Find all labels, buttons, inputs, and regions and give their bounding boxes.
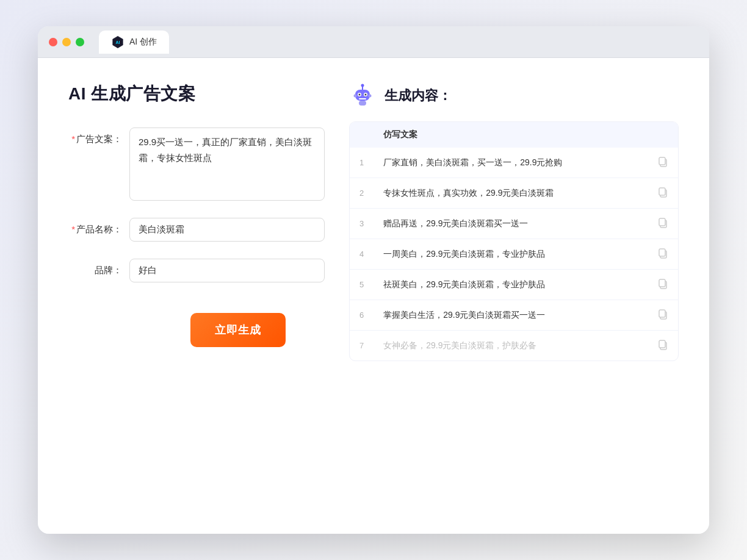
copy-icon[interactable] bbox=[657, 278, 668, 289]
ai-tab[interactable]: AI AI 创作 bbox=[99, 31, 169, 54]
product-name-group: *产品名称： bbox=[68, 218, 325, 242]
svg-text:AI: AI bbox=[116, 40, 120, 45]
product-name-input[interactable] bbox=[129, 218, 325, 242]
minimize-dot[interactable] bbox=[62, 38, 71, 46]
ad-copy-label: *广告文案： bbox=[68, 127, 129, 145]
copy-cell[interactable] bbox=[648, 148, 678, 178]
row-number: 5 bbox=[350, 270, 374, 300]
copy-cell[interactable] bbox=[648, 239, 678, 270]
row-number: 2 bbox=[350, 178, 374, 209]
results-header: 生成内容： bbox=[349, 82, 679, 109]
table-row: 2专抹女性斑点，真实功效，29.9元美白淡斑霜 bbox=[350, 178, 678, 209]
svg-rect-14 bbox=[659, 157, 665, 165]
row-number: 4 bbox=[350, 239, 374, 270]
close-dot[interactable] bbox=[49, 38, 57, 46]
ad-copy-input[interactable]: 29.9买一送一，真正的厂家直销，美白淡斑霜，专抹女性斑点 bbox=[129, 127, 325, 201]
copy-icon[interactable] bbox=[657, 339, 668, 350]
copy-cell[interactable] bbox=[648, 178, 678, 209]
ai-tab-icon: AI bbox=[111, 35, 125, 49]
row-text: 一周美白，29.9元美白淡斑霜，专业护肤品 bbox=[374, 239, 648, 270]
svg-rect-9 bbox=[359, 98, 366, 99]
svg-point-11 bbox=[354, 95, 357, 98]
browser-content: AI 生成广告文案 *广告文案： 29.9买一送一，真正的厂家直销，美白淡斑霜，… bbox=[38, 58, 709, 534]
left-panel: AI 生成广告文案 *广告文案： 29.9买一送一，真正的厂家直销，美白淡斑霜，… bbox=[68, 82, 325, 509]
brand-label: 品牌： bbox=[68, 259, 129, 276]
row-number: 3 bbox=[350, 209, 374, 239]
col-action-header bbox=[648, 122, 678, 148]
copy-cell[interactable] bbox=[648, 300, 678, 331]
results-table-wrapper: 仿写文案 1厂家直销，美白淡斑霜，买一送一，29.9元抢购 2专抹女性斑点，真实… bbox=[349, 121, 679, 361]
page-title: AI 生成广告文案 bbox=[68, 82, 325, 106]
ad-copy-group: *广告文案： 29.9买一送一，真正的厂家直销，美白淡斑霜，专抹女性斑点 bbox=[68, 127, 325, 201]
row-number: 6 bbox=[350, 300, 374, 331]
col-index-header bbox=[350, 122, 374, 148]
table-row: 6掌握美白生活，29.9元美白淡斑霜买一送一 bbox=[350, 300, 678, 331]
robot-icon bbox=[349, 82, 376, 109]
results-title: 生成内容： bbox=[384, 87, 452, 105]
row-number: 7 bbox=[350, 331, 374, 361]
row-text: 专抹女性斑点，真实功效，29.9元美白淡斑霜 bbox=[374, 178, 648, 209]
copy-icon[interactable] bbox=[657, 248, 668, 259]
svg-rect-26 bbox=[659, 340, 665, 348]
row-text: 祛斑美白，29.9元美白淡斑霜，专业护肤品 bbox=[374, 270, 648, 300]
row-text: 掌握美白生活，29.9元美白淡斑霜买一送一 bbox=[374, 300, 648, 331]
table-row: 3赠品再送，29.9元美白淡斑霜买一送一 bbox=[350, 209, 678, 239]
copy-cell[interactable] bbox=[648, 270, 678, 300]
required-star-2: * bbox=[71, 224, 75, 234]
product-name-label: *产品名称： bbox=[68, 218, 129, 235]
traffic-lights bbox=[49, 38, 84, 46]
row-text: 厂家直销，美白淡斑霜，买一送一，29.9元抢购 bbox=[374, 148, 648, 178]
brand-input[interactable] bbox=[129, 259, 325, 282]
required-star-1: * bbox=[71, 134, 75, 144]
row-text: 女神必备，29.9元美白淡斑霜，护肤必备 bbox=[374, 331, 648, 361]
svg-rect-10 bbox=[359, 101, 366, 106]
col-text-header: 仿写文案 bbox=[374, 122, 648, 148]
svg-rect-16 bbox=[659, 188, 665, 195]
svg-point-12 bbox=[369, 95, 372, 98]
copy-icon[interactable] bbox=[657, 217, 668, 228]
row-number: 1 bbox=[350, 148, 374, 178]
table-row: 1厂家直销，美白淡斑霜，买一送一，29.9元抢购 bbox=[350, 148, 678, 178]
row-text: 赠品再送，29.9元美白淡斑霜买一送一 bbox=[374, 209, 648, 239]
svg-point-7 bbox=[359, 94, 361, 96]
svg-point-3 bbox=[361, 84, 364, 87]
browser-window: AI AI 创作 AI 生成广告文案 *广告文案： 29.9买一送一，真正的厂家… bbox=[38, 26, 709, 534]
table-row: 7女神必备，29.9元美白淡斑霜，护肤必备 bbox=[350, 331, 678, 361]
tab-label: AI 创作 bbox=[129, 37, 157, 48]
results-body: 1厂家直销，美白淡斑霜，买一送一，29.9元抢购 2专抹女性斑点，真实功效，29… bbox=[350, 148, 678, 361]
table-row: 4一周美白，29.9元美白淡斑霜，专业护肤品 bbox=[350, 239, 678, 270]
table-header-row: 仿写文案 bbox=[350, 122, 678, 148]
generate-button[interactable]: 立即生成 bbox=[190, 313, 286, 347]
titlebar: AI AI 创作 bbox=[38, 26, 709, 58]
copy-icon[interactable] bbox=[657, 309, 668, 320]
right-panel: 生成内容： 仿写文案 1厂家直销，美白淡斑霜，买一送一，29.9元抢购 2专抹女… bbox=[349, 82, 679, 509]
copy-icon[interactable] bbox=[657, 187, 668, 198]
copy-cell[interactable] bbox=[648, 331, 678, 361]
copy-cell[interactable] bbox=[648, 209, 678, 239]
svg-rect-24 bbox=[659, 310, 665, 317]
table-row: 5祛斑美白，29.9元美白淡斑霜，专业护肤品 bbox=[350, 270, 678, 300]
svg-point-8 bbox=[365, 94, 367, 96]
svg-rect-18 bbox=[659, 218, 665, 226]
copy-icon[interactable] bbox=[657, 156, 668, 167]
svg-rect-20 bbox=[659, 249, 665, 256]
brand-group: 品牌： bbox=[68, 259, 325, 282]
results-table: 仿写文案 1厂家直销，美白淡斑霜，买一送一，29.9元抢购 2专抹女性斑点，真实… bbox=[350, 122, 678, 361]
maximize-dot[interactable] bbox=[76, 38, 84, 46]
svg-rect-22 bbox=[659, 279, 665, 287]
